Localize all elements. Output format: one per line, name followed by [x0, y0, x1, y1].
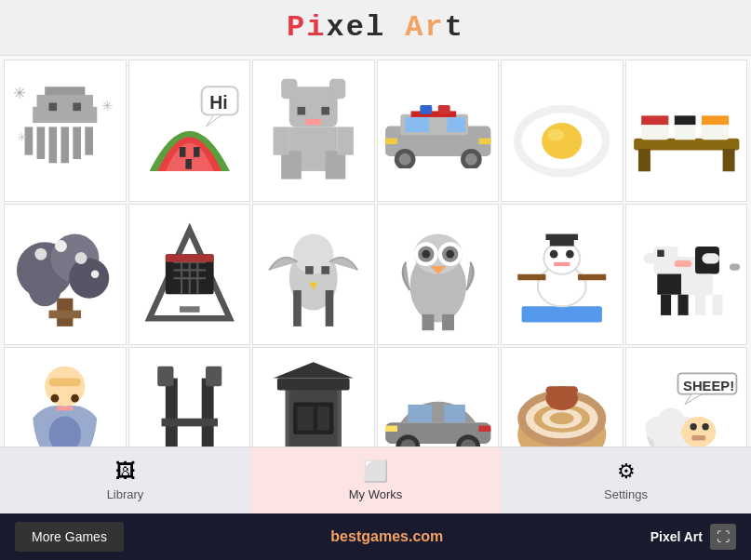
svg-rect-111 — [681, 274, 712, 295]
svg-text:✳: ✳ — [13, 84, 26, 102]
svg-rect-54 — [701, 115, 728, 125]
my-works-icon: ⬜ — [363, 460, 388, 484]
svg-rect-14 — [179, 147, 184, 157]
svg-rect-148 — [385, 426, 397, 432]
svg-point-122 — [71, 394, 79, 403]
grid-item-cat-character[interactable] — [252, 60, 375, 202]
svg-rect-21 — [281, 78, 297, 99]
app-title: Pixel Art — [287, 10, 464, 45]
grid-item-fried-egg[interactable] — [501, 60, 624, 202]
settings-icon: ⚙ — [617, 460, 636, 484]
grid-item-tree[interactable] — [4, 204, 127, 346]
grid-item-sign-board[interactable] — [128, 204, 251, 346]
grid-item-watermelon[interactable]: Hi — [128, 60, 251, 202]
svg-rect-117 — [674, 260, 691, 267]
svg-rect-8 — [85, 127, 93, 154]
svg-point-97 — [543, 242, 580, 274]
svg-rect-6 — [60, 127, 69, 163]
svg-rect-9 — [48, 102, 57, 111]
expand-button[interactable]: ⛶ — [710, 524, 736, 550]
svg-point-121 — [51, 394, 60, 403]
svg-rect-48 — [634, 138, 739, 150]
svg-marker-135 — [274, 362, 354, 378]
svg-rect-82 — [293, 290, 302, 327]
footer-brand: bestgames.com — [330, 528, 443, 545]
svg-rect-5 — [48, 127, 57, 163]
tab-settings[interactable]: ⚙ Settings — [501, 447, 751, 513]
svg-marker-19 — [206, 114, 221, 127]
svg-point-98 — [550, 250, 558, 259]
footer-right: Pixel Art ⛶ — [650, 524, 736, 550]
tab-library[interactable]: 🖼 Library — [0, 447, 250, 513]
library-label: Library — [107, 487, 144, 501]
grid-item-snowman-vendor[interactable] — [501, 204, 624, 346]
svg-rect-95 — [522, 307, 602, 323]
svg-rect-2 — [33, 106, 97, 122]
svg-point-66 — [91, 271, 100, 279]
svg-rect-123 — [57, 407, 73, 410]
svg-point-46 — [542, 123, 582, 159]
pixel-art-grid: ✳ ✳ ✳ Hi — [0, 56, 751, 493]
svg-rect-138 — [317, 407, 329, 431]
svg-rect-80 — [321, 266, 329, 274]
svg-rect-52 — [674, 115, 695, 125]
svg-rect-113 — [677, 295, 688, 315]
svg-point-99 — [566, 250, 574, 259]
more-games-button[interactable]: More Games — [15, 522, 124, 552]
svg-text:✳: ✳ — [101, 98, 114, 113]
svg-point-169 — [702, 423, 708, 430]
svg-point-155 — [550, 412, 574, 424]
svg-rect-120 — [48, 378, 81, 386]
svg-rect-27 — [281, 151, 302, 179]
svg-rect-83 — [326, 290, 334, 327]
svg-rect-28 — [326, 151, 346, 179]
svg-rect-115 — [712, 295, 722, 315]
library-icon: 🖼 — [115, 460, 136, 484]
svg-rect-33 — [405, 117, 429, 132]
svg-point-90 — [422, 250, 430, 259]
svg-point-168 — [690, 423, 696, 430]
tab-my-works[interactable]: ⬜ My Works — [250, 447, 501, 513]
svg-rect-137 — [297, 407, 313, 431]
svg-rect-116 — [657, 250, 664, 257]
svg-rect-29 — [274, 127, 289, 154]
grid-item-dog[interactable] — [625, 204, 748, 346]
svg-rect-7 — [73, 127, 81, 159]
svg-point-119 — [45, 367, 85, 407]
svg-point-61 — [69, 259, 109, 299]
svg-point-65 — [75, 252, 87, 264]
svg-rect-58 — [48, 311, 81, 319]
svg-point-62 — [29, 274, 61, 307]
grid-item-octopus[interactable]: ✳ ✳ ✳ — [4, 60, 127, 202]
svg-text:✳: ✳ — [17, 129, 27, 143]
grid-item-police-car[interactable] — [377, 60, 500, 202]
svg-marker-160 — [684, 394, 702, 405]
svg-rect-56 — [722, 149, 734, 171]
footer-app-name: Pixel Art — [650, 529, 703, 544]
svg-rect-112 — [661, 295, 671, 315]
app-header: Pixel Art — [0, 0, 751, 56]
svg-rect-25 — [305, 118, 321, 124]
svg-rect-93 — [422, 314, 434, 330]
svg-rect-142 — [408, 405, 432, 422]
footer-bar: More Games bestgames.com Pixel Art ⛶ — [0, 513, 751, 560]
svg-rect-10 — [73, 102, 81, 111]
svg-point-167 — [681, 417, 716, 447]
svg-rect-170 — [691, 435, 705, 441]
svg-rect-4 — [37, 127, 46, 159]
svg-point-64 — [55, 240, 67, 252]
grid-item-small-bird[interactable] — [252, 204, 375, 346]
settings-label: Settings — [604, 487, 648, 501]
svg-rect-16 — [185, 159, 191, 169]
svg-rect-43 — [478, 138, 490, 143]
svg-rect-100 — [554, 262, 570, 266]
grid-item-sushi-platter[interactable] — [625, 60, 748, 202]
svg-rect-79 — [305, 266, 314, 274]
svg-rect-22 — [329, 78, 345, 99]
svg-rect-55 — [637, 149, 650, 171]
svg-point-36 — [398, 153, 410, 166]
svg-point-38 — [464, 153, 476, 166]
bottom-navigation: 🖼 Library ⬜ My Works ⚙ Settings — [0, 447, 751, 513]
svg-rect-75 — [165, 254, 213, 262]
grid-item-owl[interactable] — [377, 204, 500, 346]
